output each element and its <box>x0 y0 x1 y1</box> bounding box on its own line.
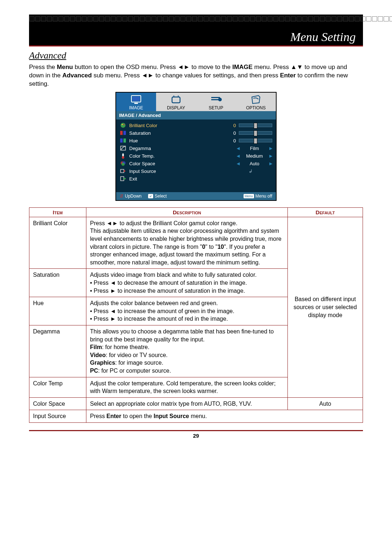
right-arrow-icon: ► <box>110 288 116 294</box>
intro-bold: Advanced <box>62 72 92 79</box>
slider-knob[interactable] <box>254 123 257 129</box>
osd-item-value: Film <box>242 146 267 151</box>
right-arrow-icon[interactable]: ▶ <box>269 146 272 151</box>
slider-track[interactable] <box>239 139 272 142</box>
settings-description-table: Item Description Default Brilliant Color… <box>29 207 363 423</box>
osd-item-value: Auto <box>242 161 267 166</box>
colorspace-icon <box>120 161 126 166</box>
left-arrow-icon[interactable]: ◀ <box>237 161 240 166</box>
cell-default-shared: Based on different input sources or user… <box>288 217 363 397</box>
slider-track[interactable] <box>239 123 272 127</box>
svg-point-8 <box>218 98 222 101</box>
intro-seg: to change values for settings, and then … <box>154 72 280 79</box>
cell-description: Adjusts video image from black and white… <box>86 269 288 297</box>
left-arrow-icon[interactable]: ◀ <box>237 146 240 151</box>
osd-tab-setup[interactable]: SETUP <box>196 93 236 111</box>
svg-point-9 <box>121 123 126 128</box>
right-arrow-icon[interactable]: ▶ <box>269 161 272 166</box>
right-arrow-icon[interactable]: ▶ <box>269 154 272 158</box>
enter-arrow-icon: ↲ <box>229 169 272 174</box>
cell-description: Press Enter to open the Input Source men… <box>86 410 363 423</box>
input-source-icon <box>120 169 126 174</box>
right-arrow-icon: ► <box>110 316 116 322</box>
cell-item: Input Source <box>29 410 86 423</box>
cell-description: This allows you to choose a degamma tabl… <box>86 325 288 377</box>
osd-item-label: Color Space <box>129 161 237 166</box>
osd-tabs: IMAGE DISPLAY SETUP OPTIONS <box>116 93 276 111</box>
footer-hint-updown: ⇵UpDown <box>120 194 142 199</box>
osd-footer: ⇵UpDown ↲Select MenuMenu off <box>116 192 276 200</box>
left-right-arrows-icon: ◄► <box>177 64 190 70</box>
intro-seg: menu. Press <box>253 64 291 70</box>
svg-rect-12 <box>120 131 123 135</box>
osd-item-label: Hue <box>129 138 221 143</box>
header-band: Menu Setting <box>29 15 363 46</box>
updown-arrows-icon: ⇵ <box>120 194 123 199</box>
osd-item-value: 0 <box>221 138 239 143</box>
osd-item-value: 0 <box>221 130 239 136</box>
osd-item-label: Input Source <box>129 169 229 174</box>
osd-row-hue[interactable]: Hue 0 <box>118 137 274 145</box>
osd-item-label: Saturation <box>129 130 221 136</box>
col-header-item: Item <box>29 207 86 217</box>
svg-rect-17 <box>122 154 124 157</box>
svg-rect-14 <box>120 139 123 143</box>
table-header-row: Item Description Default <box>29 207 363 217</box>
slider-knob[interactable] <box>254 138 257 144</box>
osd-row-saturation[interactable]: Saturation 0 <box>118 129 274 137</box>
footer-hint-menuoff: MenuMenu off <box>244 194 272 199</box>
cell-item: Degamma <box>29 325 86 377</box>
osd-row-brilliant-color[interactable]: Brilliant Color 0 <box>118 122 274 129</box>
svg-rect-13 <box>123 131 126 135</box>
intro-seg: to move to the <box>190 64 232 70</box>
osd-breadcrumb: IMAGE / Advanced <box>116 111 276 119</box>
setup-icon <box>210 95 222 104</box>
page-footer: 29 <box>29 430 363 439</box>
header-grid-deco <box>29 16 363 32</box>
left-arrow-icon: ◄ <box>110 280 116 286</box>
osd-body: Brilliant Color 0 Saturation 0 Hue 0 <box>116 119 276 192</box>
thermometer-icon <box>120 153 126 158</box>
svg-rect-1 <box>132 97 140 101</box>
svg-point-18 <box>122 156 124 159</box>
col-header-default: Default <box>288 207 363 217</box>
intro-seg: sub menu. Press <box>92 72 142 79</box>
osd-row-color-temp[interactable]: Color Temp. ◀Medium▶ <box>118 152 274 160</box>
cell-item: Brilliant Color <box>29 217 86 269</box>
osd-tab-options[interactable]: OPTIONS <box>236 93 276 111</box>
svg-rect-22 <box>121 170 124 173</box>
slider-knob[interactable] <box>254 130 257 136</box>
cell-default: Auto <box>288 397 363 410</box>
intro-bold: IMAGE <box>232 64 253 70</box>
svg-rect-6 <box>211 97 220 98</box>
osd-item-label: Degamma <box>129 146 237 151</box>
degamma-icon <box>120 146 126 151</box>
osd-menu-screenshot: IMAGE DISPLAY SETUP OPTIONS IMA <box>115 92 277 201</box>
slider-track[interactable] <box>239 131 272 135</box>
osd-row-degamma[interactable]: Degamma ◀Film▶ <box>118 145 274 152</box>
osd-select[interactable]: ◀Auto▶ <box>237 161 272 166</box>
osd-tab-image[interactable]: IMAGE <box>116 93 156 111</box>
osd-row-exit[interactable]: Exit <box>118 175 274 183</box>
col-header-description: Description <box>86 207 288 217</box>
svg-point-10 <box>122 124 123 125</box>
osd-tab-display[interactable]: DISPLAY <box>156 93 196 111</box>
left-arrow-icon[interactable]: ◀ <box>237 154 240 158</box>
table-row: Color Space Select an appropriate color … <box>29 397 363 410</box>
osd-tab-label: OPTIONS <box>246 105 266 110</box>
osd-row-color-space[interactable]: Color Space ◀Auto▶ <box>118 160 274 167</box>
osd-tab-label: DISPLAY <box>167 105 185 110</box>
enter-key-icon: ↲ <box>148 194 153 198</box>
exit-icon <box>120 176 126 181</box>
osd-row-input-source[interactable]: Input Source ↲ <box>118 167 274 175</box>
osd-select[interactable]: ◀Medium▶ <box>237 153 272 159</box>
footer-hint-select: ↲Select <box>148 194 167 199</box>
osd-select[interactable]: ◀Film▶ <box>237 146 272 151</box>
cell-description: Press ◄► to adjust the Brilliant Color g… <box>86 217 288 269</box>
osd-item-label: Exit <box>129 176 272 182</box>
cell-item: Color Space <box>29 397 86 410</box>
svg-rect-2 <box>134 103 138 104</box>
page-container: Menu Setting Advanced Press the Menu but… <box>0 0 392 461</box>
menu-key-icon: Menu <box>244 194 254 198</box>
left-right-arrows-icon: ◄► <box>142 72 154 79</box>
